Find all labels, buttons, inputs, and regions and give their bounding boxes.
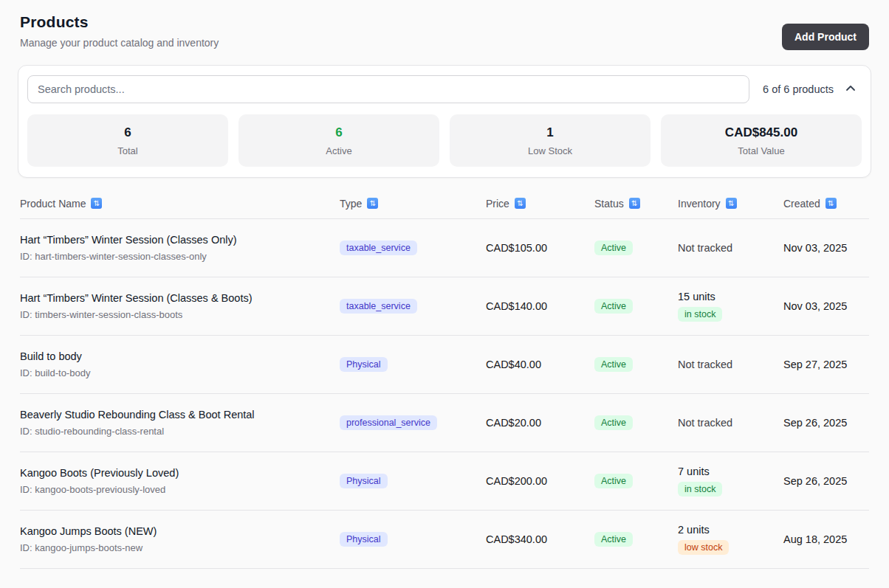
type-cell: taxable_service [340,299,486,314]
products-table: Product Name ⇅ Type ⇅ Price ⇅ Status ⇅ I… [18,188,871,569]
filter-card-top: 6 of 6 products [27,75,862,103]
stat-low-stock-value: 1 [456,125,645,140]
stock-badge: in stock [678,482,722,497]
price-cell: CAD$20.00 [486,417,594,429]
collapse-button[interactable] [844,82,857,97]
column-header-status[interactable]: Status ⇅ [594,198,678,210]
status-cell: Active [594,357,678,372]
stat-total-value-label: Total Value [667,145,856,156]
product-name-cell: Build to body ID: build-to-body [20,350,340,378]
column-label: Product Name [20,198,86,210]
add-product-button[interactable]: Add Product [782,24,869,50]
status-cell: Active [594,415,678,430]
type-cell: Physical [340,474,486,488]
status-badge: Active [594,357,633,372]
product-name-cell: Beaverly Studio Rebounding Class & Boot … [20,409,340,437]
stock-badge-wrap: in stock [678,307,783,322]
product-id: ID: studio-rebounding-class-rental [20,426,325,437]
stat-total-value: CAD$845.00 Total Value [661,114,862,167]
status-cell: Active [594,241,678,255]
type-cell: taxable_service [340,241,486,255]
type-badge: Physical [340,357,388,372]
inventory-cell: Not tracked [678,242,783,254]
column-header-inventory[interactable]: Inventory ⇅ [678,198,783,210]
type-badge: Physical [340,474,388,488]
price-cell: CAD$140.00 [486,300,594,312]
product-name-cell: Kangoo Jumps Boots (NEW) ID: kangoo-jump… [20,525,340,553]
created-cell: Sep 27, 2025 [783,359,869,370]
table-body: Hart “Timbers” Winter Session (Classes O… [20,219,869,569]
status-badge: Active [594,415,633,430]
product-id: ID: kangoo-boots-previously-loved [20,484,325,495]
sort-icon[interactable]: ⇅ [91,198,102,209]
table-row[interactable]: Hart “Timbers” Winter Session (Classes &… [20,277,869,336]
stat-active-label: Active [244,145,433,156]
sort-icon[interactable]: ⇅ [629,198,640,209]
column-header-type[interactable]: Type ⇅ [340,198,486,210]
column-label: Created [783,198,820,210]
sort-icon[interactable]: ⇅ [826,198,837,209]
column-header-product-name[interactable]: Product Name ⇅ [20,198,340,210]
created-cell: Nov 03, 2025 [783,242,869,254]
inventory-cell: Not tracked [678,359,783,370]
table-row[interactable]: Build to body ID: build-to-body Physical… [20,336,869,394]
sort-icon[interactable]: ⇅ [726,198,737,209]
stat-low-stock: 1 Low Stock [450,114,651,167]
product-id: ID: timbers-winter-session-class-boots [20,309,325,320]
result-count: 6 of 6 products [763,83,834,95]
inventory-cell: 7 units in stock [678,466,783,497]
stock-badge-wrap: in stock [678,482,783,497]
page-subtitle: Manage your product catalog and inventor… [20,37,219,49]
status-badge: Active [594,474,633,488]
product-name: Hart “Timbers” Winter Session (Classes &… [20,292,325,304]
stock-badge-wrap: low stock [678,540,783,555]
type-cell: professional_service [340,415,486,430]
sort-icon[interactable]: ⇅ [367,198,378,209]
table-row[interactable]: Hart “Timbers” Winter Session (Classes O… [20,219,869,277]
type-cell: Physical [340,532,486,547]
stat-total-value: 6 [33,125,222,140]
status-cell: Active [594,532,678,547]
product-name: Hart “Timbers” Winter Session (Classes O… [20,234,325,246]
price-cell: CAD$340.00 [486,533,594,545]
page-title: Products [20,13,219,31]
chevron-up-icon [844,82,857,97]
status-badge: Active [594,241,633,255]
table-row[interactable]: Kangoo Jumps Boots (NEW) ID: kangoo-jump… [20,511,869,569]
column-label: Price [486,198,509,210]
type-cell: Physical [340,357,486,372]
product-id: ID: build-to-body [20,367,325,378]
product-name: Build to body [20,350,325,362]
column-label: Status [594,198,624,210]
stat-active-value: 6 [244,125,433,140]
inventory-not-tracked: Not tracked [678,359,783,370]
status-badge: Active [594,532,633,547]
column-header-price[interactable]: Price ⇅ [486,198,594,210]
price-cell: CAD$40.00 [486,359,594,370]
inventory-units: 2 units [678,524,783,536]
status-cell: Active [594,474,678,488]
stat-total-label: Total [33,145,222,156]
created-cell: Nov 03, 2025 [783,300,869,312]
type-badge: Physical [340,532,388,547]
stock-badge: low stock [678,540,729,555]
stock-badge: in stock [678,307,722,322]
inventory-not-tracked: Not tracked [678,242,783,254]
inventory-cell: Not tracked [678,417,783,429]
sort-icon[interactable]: ⇅ [515,198,526,209]
product-name: Beaverly Studio Rebounding Class & Boot … [20,409,325,421]
search-input[interactable] [27,75,749,103]
column-header-created[interactable]: Created ⇅ [783,198,869,210]
type-badge: taxable_service [340,241,417,255]
table-row[interactable]: Kangoo Boots (Previously Loved) ID: kang… [20,452,869,511]
product-id: ID: kangoo-jumps-boots-new [20,542,325,553]
page-header-text: Products Manage your product catalog and… [20,13,219,49]
created-cell: Aug 18, 2025 [783,533,869,545]
type-badge: professional_service [340,415,437,430]
table-row[interactable]: Beaverly Studio Rebounding Class & Boot … [20,394,869,452]
inventory-cell: 2 units low stock [678,524,783,555]
page-header: Products Manage your product catalog and… [18,13,871,50]
created-cell: Sep 26, 2025 [783,417,869,429]
column-label: Inventory [678,198,721,210]
status-badge: Active [594,299,633,314]
